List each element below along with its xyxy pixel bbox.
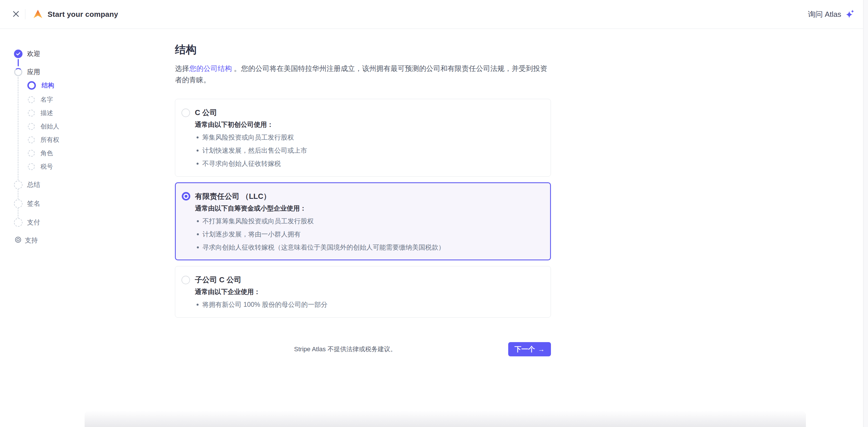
page-title: 结构 <box>175 43 551 56</box>
top-bar: Start your company 询问 Atlas <box>0 0 868 29</box>
sidebar-item-summary: 总结 <box>14 180 40 189</box>
next-button-label: 下一个 <box>515 345 535 354</box>
option-bullets: 不打算筹集风险投资或向员工发行股权 计划逐步发展，将由一小群人拥有 寻求向创始人… <box>195 217 540 251</box>
intro-paragraph: 选择您的公司结构 。您的公司将在美国特拉华州注册成立，该州拥有最可预测的公司和有… <box>175 63 551 86</box>
substep-label: 描述 <box>40 109 53 117</box>
option-card-llc[interactable]: 有限责任公司 （LLC） 通常由以下自筹资金或小型企业使用： 不打算筹集风险投资… <box>175 182 551 261</box>
sidebar-item-tax-id: 税号 <box>28 162 53 171</box>
sidebar-item-ownership: 所有权 <box>28 135 59 144</box>
footer-row: Stripe Atlas 不提供法律或税务建议。 下一个 → <box>175 342 551 356</box>
step-label: 总结 <box>27 180 40 189</box>
option-subtitle: 通常由以下初创公司使用： <box>195 121 540 128</box>
check-circle-icon <box>14 50 23 58</box>
active-step-ring-icon <box>27 81 36 90</box>
next-button[interactable]: 下一个 → <box>508 342 551 356</box>
bullet-item: 不打算筹集风险投资或向员工发行股权 <box>195 217 540 225</box>
sparkle-icon <box>845 9 855 20</box>
support-label: 支持 <box>25 236 38 245</box>
radio-llc-selected[interactable] <box>182 192 190 201</box>
bullet-item: 将拥有新公司 100% 股份的母公司的一部分 <box>195 300 540 309</box>
stepper-connector-dotted <box>18 77 19 218</box>
disclaimer-text: Stripe Atlas 不提供法律或税务建议。 <box>294 345 396 354</box>
substep-label: 结构 <box>41 81 54 90</box>
dashed-circle-icon <box>28 136 35 143</box>
bullet-item: 筹集风险投资或向员工发行股权 <box>195 133 540 142</box>
sidebar-item-founders: 创始人 <box>28 122 59 131</box>
option-bullets: 筹集风险投资或向员工发行股权 计划快速发展，然后出售公司或上市 不寻求向创始人征… <box>195 133 540 168</box>
progress-ring-icon <box>14 68 23 77</box>
step-label: 应用 <box>27 67 40 77</box>
close-button[interactable] <box>10 8 22 20</box>
step-label: 支付 <box>27 218 40 227</box>
step-label: 签名 <box>27 199 40 208</box>
progress-sidebar: 欢迎 应用 结构 名字 描述 创始人 所有权 角色 税号 <box>0 29 159 427</box>
dashed-circle-icon <box>28 150 35 157</box>
option-subtitle: 通常由以下自筹资金或小型企业使用： <box>195 204 540 212</box>
substep-label: 税号 <box>40 162 53 171</box>
step-label: 欢迎 <box>27 49 40 58</box>
dashed-circle-icon <box>14 181 23 189</box>
option-subtitle: 通常由以下企业使用： <box>195 288 540 296</box>
window-title: Start your company <box>48 10 118 19</box>
sidebar-item-application[interactable]: 应用 <box>14 67 40 77</box>
substep-label: 角色 <box>40 149 53 157</box>
option-title: 有限责任公司 （LLC） <box>195 191 271 202</box>
option-card-c-corp[interactable]: C 公司 通常由以下初创公司使用： 筹集风险投资或向员工发行股权 计划快速发展，… <box>175 99 551 177</box>
main-content: 结构 选择您的公司结构 。您的公司将在美国特拉华州注册成立，该州拥有最可预测的公… <box>175 43 551 356</box>
option-title: C 公司 <box>195 108 217 118</box>
dashed-circle-icon <box>28 96 35 103</box>
dashed-circle-icon <box>28 110 35 117</box>
dashed-circle-icon <box>28 163 35 170</box>
atlas-logo-icon <box>32 8 43 20</box>
background-page-edge <box>85 410 806 427</box>
option-title: 子公司 C 公司 <box>195 275 241 285</box>
sidebar-item-roles: 角色 <box>28 149 53 157</box>
arrow-right-icon: → <box>538 345 545 353</box>
sidebar-item-support[interactable]: 支持 <box>15 236 38 245</box>
bullet-item: 计划快速发展，然后出售公司或上市 <box>195 146 540 155</box>
substep-label: 创始人 <box>40 122 59 131</box>
sidebar-item-welcome[interactable]: 欢迎 <box>14 49 40 58</box>
sidebar-item-signatures: 签名 <box>14 199 40 208</box>
sidebar-item-payment: 支付 <box>14 218 40 227</box>
radio-subsidiary[interactable] <box>182 276 190 284</box>
structure-options: C 公司 通常由以下初创公司使用： 筹集风险投资或向员工发行股权 计划快速发展，… <box>175 99 551 317</box>
option-card-subsidiary-c-corp[interactable]: 子公司 C 公司 通常由以下企业使用： 将拥有新公司 100% 股份的母公司的一… <box>175 266 551 317</box>
bullet-item: 不寻求向创始人征收转嫁税 <box>195 159 540 168</box>
substep-label: 所有权 <box>40 135 59 144</box>
support-icon <box>15 237 21 244</box>
option-bullets: 将拥有新公司 100% 股份的母公司的一部分 <box>195 300 540 309</box>
stepper-connector-complete <box>18 59 19 66</box>
dashed-circle-icon <box>14 200 23 208</box>
ask-atlas-button[interactable]: 询问 Atlas <box>808 0 855 29</box>
substep-label: 名字 <box>40 95 53 104</box>
close-icon <box>12 10 20 19</box>
scrollbar[interactable] <box>863 0 868 427</box>
dashed-circle-icon <box>28 123 35 130</box>
sidebar-item-name: 名字 <box>28 95 53 104</box>
ask-atlas-label: 询问 Atlas <box>808 9 841 19</box>
radio-c-corp[interactable] <box>182 109 190 117</box>
header-divider <box>25 9 25 19</box>
sidebar-item-description: 描述 <box>28 109 53 117</box>
company-structure-link[interactable]: 您的公司结构 <box>189 64 232 72</box>
intro-text: 选择 <box>175 64 189 72</box>
bullet-item: 计划逐步发展，将由一小群人拥有 <box>195 230 540 238</box>
sidebar-item-structure[interactable]: 结构 <box>27 81 54 90</box>
dashed-circle-icon <box>14 218 23 227</box>
bullet-item: 寻求向创始人征收转嫁税（这意味着位于美国境外的创始人可能需要缴纳美国税款） <box>195 243 540 251</box>
